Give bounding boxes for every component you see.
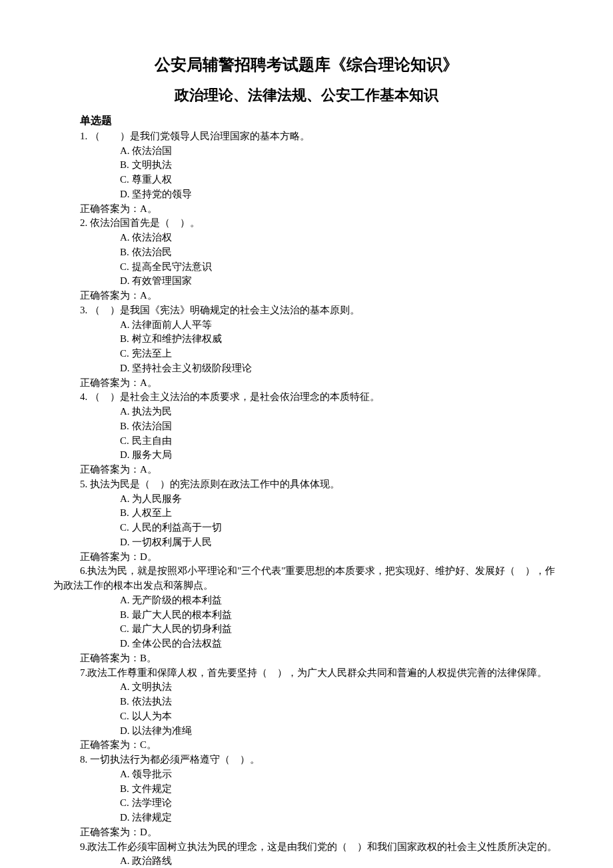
question-option: A. 无产阶级的根本利益 bbox=[120, 593, 560, 608]
question-option: C. 最广大人民的切身利益 bbox=[120, 622, 560, 637]
question-stem: 9.政法工作必须牢固树立执法为民的理念，这是由我们党的（ ）和我们国家政权的社会… bbox=[53, 840, 560, 855]
question-stem: 1. （ ）是我们党领导人民治理国家的基本方略。 bbox=[80, 129, 560, 144]
question-option: B. 最广大人民的根本利益 bbox=[120, 608, 560, 623]
question-option: D. 以法律为准绳 bbox=[120, 724, 560, 739]
question-option: B. 依法治民 bbox=[120, 245, 560, 260]
question-option: A. 政治路线 bbox=[120, 854, 560, 868]
question-option: D. 法律规定 bbox=[120, 811, 560, 825]
question-option: D. 一切权利属于人民 bbox=[120, 535, 560, 550]
question-stem: 6.执法为民，就是按照邓小平理论和"三个代表"重要思想的本质要求，把实现好、维护… bbox=[53, 564, 560, 593]
question-stem: 5. 执法为民是（ ）的宪法原则在政法工作中的具体体现。 bbox=[80, 477, 560, 492]
question-option: C. 尊重人权 bbox=[120, 173, 560, 187]
question-stem: 2. 依法治国首先是（ ）。 bbox=[80, 216, 560, 231]
correct-answer: 正确答案为：A。 bbox=[80, 376, 560, 391]
question-stem: 4. （ ）是社会主义法治的本质要求，是社会依治理念的本质特征。 bbox=[80, 390, 560, 405]
question-option: C. 人民的利益高于一切 bbox=[120, 521, 560, 535]
section-heading: 单选题 bbox=[80, 113, 560, 128]
correct-answer: 正确答案为：A。 bbox=[80, 289, 560, 303]
question-option: D. 全体公民的合法权益 bbox=[120, 637, 560, 651]
question-option: B. 依法执法 bbox=[120, 695, 560, 709]
question-stem: 7.政法工作尊重和保障人权，首先要坚持（ ），为广大人民群众共同和普遍的人权提供… bbox=[53, 666, 560, 681]
question-option: A. 依法治权 bbox=[120, 231, 560, 245]
question-option: C. 民主自由 bbox=[120, 434, 560, 449]
correct-answer: 正确答案为：A。 bbox=[80, 202, 560, 217]
question-option: C. 宪法至上 bbox=[120, 347, 560, 361]
question-stem: 3. （ ）是我国《宪法》明确规定的社会主义法治的基本原则。 bbox=[80, 303, 560, 318]
question-option: A. 执法为民 bbox=[120, 405, 560, 419]
question-option: B. 文件规定 bbox=[120, 782, 560, 797]
question-option: B. 树立和维护法律权威 bbox=[120, 332, 560, 347]
question-option: D. 坚持党的领导 bbox=[120, 187, 560, 202]
correct-answer: 正确答案为：D。 bbox=[80, 550, 560, 565]
questions-container: 1. （ ）是我们党领导人民治理国家的基本方略。A. 依法治国B. 文明执法C.… bbox=[53, 129, 560, 868]
doc-title-1: 公安局辅警招聘考试题库《综合理论知识》 bbox=[53, 53, 560, 77]
question-option: C. 提高全民守法意识 bbox=[120, 260, 560, 275]
question-stem: 8. 一切执法行为都必须严格遵守（ ）。 bbox=[80, 753, 560, 767]
question-option: C. 法学理论 bbox=[120, 796, 560, 811]
question-option: D. 有效管理国家 bbox=[120, 274, 560, 289]
correct-answer: 正确答案为：D。 bbox=[80, 825, 560, 840]
question-option: A. 依法治国 bbox=[120, 144, 560, 159]
question-option: A. 文明执法 bbox=[120, 680, 560, 695]
question-option: D. 坚持社会主义初级阶段理论 bbox=[120, 361, 560, 376]
question-option: B. 人权至上 bbox=[120, 506, 560, 521]
question-option: A. 领导批示 bbox=[120, 767, 560, 782]
question-option: B. 文明执法 bbox=[120, 158, 560, 173]
question-option: D. 服务大局 bbox=[120, 448, 560, 463]
question-option: A. 法律面前人人平等 bbox=[120, 318, 560, 333]
correct-answer: 正确答案为：B。 bbox=[80, 651, 560, 666]
correct-answer: 正确答案为：A。 bbox=[80, 463, 560, 477]
correct-answer: 正确答案为：C。 bbox=[80, 738, 560, 753]
question-option: C. 以人为本 bbox=[120, 709, 560, 724]
question-option: B. 依法治国 bbox=[120, 419, 560, 434]
doc-title-2: 政治理论、法律法规、公安工作基本知识 bbox=[53, 85, 560, 106]
question-option: A. 为人民服务 bbox=[120, 492, 560, 507]
